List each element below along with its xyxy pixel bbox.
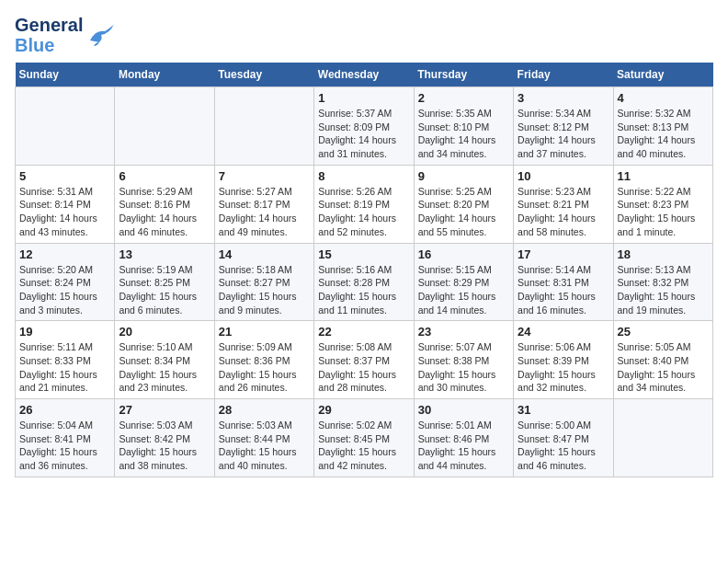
day-number: 9: [418, 169, 509, 183]
day-info: Sunrise: 5:23 AMSunset: 8:21 PMDaylight:…: [518, 185, 609, 239]
calendar-cell: 16Sunrise: 5:15 AMSunset: 8:29 PMDayligh…: [414, 243, 513, 321]
day-info: Sunrise: 5:14 AMSunset: 8:31 PMDaylight:…: [518, 263, 609, 317]
day-number: 13: [119, 247, 210, 261]
logo: General Blue: [15, 15, 116, 55]
calendar-cell: 27Sunrise: 5:03 AMSunset: 8:42 PMDayligh…: [115, 399, 214, 477]
day-number: 4: [618, 91, 709, 105]
calendar-cell: [214, 87, 313, 166]
day-number: 17: [518, 247, 609, 261]
calendar-cell: 13Sunrise: 5:19 AMSunset: 8:25 PMDayligh…: [115, 243, 214, 321]
day-header-friday: Friday: [514, 63, 613, 87]
day-info: Sunrise: 5:34 AMSunset: 8:12 PMDaylight:…: [518, 107, 609, 161]
day-header-sunday: Sunday: [16, 63, 115, 87]
day-header-saturday: Saturday: [613, 63, 712, 87]
day-number: 29: [318, 403, 409, 417]
day-info: Sunrise: 5:25 AMSunset: 8:20 PMDaylight:…: [418, 185, 509, 239]
day-number: 19: [19, 325, 110, 339]
calendar-cell: 5Sunrise: 5:31 AMSunset: 8:14 PMDaylight…: [16, 165, 115, 243]
day-info: Sunrise: 5:11 AMSunset: 8:33 PMDaylight:…: [19, 340, 110, 395]
calendar-cell: 26Sunrise: 5:04 AMSunset: 8:41 PMDayligh…: [16, 399, 115, 477]
day-header-wednesday: Wednesday: [314, 63, 414, 87]
day-number: 10: [518, 169, 609, 183]
day-info: Sunrise: 5:29 AMSunset: 8:16 PMDaylight:…: [119, 185, 210, 239]
day-info: Sunrise: 5:20 AMSunset: 8:24 PMDaylight:…: [19, 263, 110, 317]
day-info: Sunrise: 5:03 AMSunset: 8:44 PMDaylight:…: [219, 419, 310, 473]
day-number: 7: [219, 169, 310, 183]
day-info: Sunrise: 5:31 AMSunset: 8:14 PMDaylight:…: [19, 185, 110, 239]
day-number: 8: [318, 169, 409, 183]
day-info: Sunrise: 5:05 AMSunset: 8:40 PMDaylight:…: [618, 340, 709, 395]
day-info: Sunrise: 5:01 AMSunset: 8:46 PMDaylight:…: [418, 419, 509, 473]
day-info: Sunrise: 5:07 AMSunset: 8:38 PMDaylight:…: [418, 340, 509, 395]
day-header-monday: Monday: [115, 63, 214, 87]
day-info: Sunrise: 5:22 AMSunset: 8:23 PMDaylight:…: [618, 185, 709, 239]
day-number: 27: [119, 403, 210, 417]
calendar-cell: 29Sunrise: 5:02 AMSunset: 8:45 PMDayligh…: [314, 399, 414, 477]
day-number: 28: [219, 403, 310, 417]
day-number: 5: [19, 169, 110, 183]
calendar-cell: 19Sunrise: 5:11 AMSunset: 8:33 PMDayligh…: [16, 321, 115, 399]
calendar-week-4: 19Sunrise: 5:11 AMSunset: 8:33 PMDayligh…: [16, 321, 713, 399]
calendar-cell: 9Sunrise: 5:25 AMSunset: 8:20 PMDaylight…: [414, 165, 513, 243]
calendar-week-5: 26Sunrise: 5:04 AMSunset: 8:41 PMDayligh…: [16, 399, 713, 477]
calendar-cell: 28Sunrise: 5:03 AMSunset: 8:44 PMDayligh…: [214, 399, 313, 477]
day-number: 3: [518, 91, 609, 105]
day-number: 24: [518, 325, 609, 339]
day-number: 23: [418, 325, 509, 339]
calendar-cell: 2Sunrise: 5:35 AMSunset: 8:10 PMDaylight…: [414, 87, 513, 166]
calendar-cell: 3Sunrise: 5:34 AMSunset: 8:12 PMDaylight…: [514, 87, 613, 166]
calendar-cell: 15Sunrise: 5:16 AMSunset: 8:28 PMDayligh…: [314, 243, 414, 321]
calendar-cell: 18Sunrise: 5:13 AMSunset: 8:32 PMDayligh…: [613, 243, 712, 321]
calendar-week-3: 12Sunrise: 5:20 AMSunset: 8:24 PMDayligh…: [16, 243, 713, 321]
day-number: 25: [618, 325, 709, 339]
calendar-cell: [16, 87, 115, 166]
day-number: 15: [318, 247, 409, 261]
page-header: General Blue: [15, 15, 713, 55]
calendar-cell: 17Sunrise: 5:14 AMSunset: 8:31 PMDayligh…: [514, 243, 613, 321]
day-info: Sunrise: 5:18 AMSunset: 8:27 PMDaylight:…: [219, 263, 310, 317]
calendar-cell: 11Sunrise: 5:22 AMSunset: 8:23 PMDayligh…: [613, 165, 712, 243]
day-header-thursday: Thursday: [414, 63, 513, 87]
day-info: Sunrise: 5:09 AMSunset: 8:36 PMDaylight:…: [219, 340, 310, 395]
calendar-week-1: 1Sunrise: 5:37 AMSunset: 8:09 PMDaylight…: [16, 87, 713, 166]
day-number: 30: [418, 403, 509, 417]
calendar-cell: 20Sunrise: 5:10 AMSunset: 8:34 PMDayligh…: [115, 321, 214, 399]
calendar-cell: 7Sunrise: 5:27 AMSunset: 8:17 PMDaylight…: [214, 165, 313, 243]
day-number: 2: [418, 91, 509, 105]
day-info: Sunrise: 5:26 AMSunset: 8:19 PMDaylight:…: [318, 185, 409, 239]
calendar-header: SundayMondayTuesdayWednesdayThursdayFrid…: [16, 63, 713, 87]
day-info: Sunrise: 5:06 AMSunset: 8:39 PMDaylight:…: [518, 340, 609, 395]
calendar-cell: 4Sunrise: 5:32 AMSunset: 8:13 PMDaylight…: [613, 87, 712, 166]
calendar-cell: 24Sunrise: 5:06 AMSunset: 8:39 PMDayligh…: [514, 321, 613, 399]
day-number: 1: [318, 91, 409, 105]
calendar-cell: [115, 87, 214, 166]
day-number: 26: [19, 403, 110, 417]
day-info: Sunrise: 5:19 AMSunset: 8:25 PMDaylight:…: [119, 263, 210, 317]
day-number: 11: [618, 169, 709, 183]
day-info: Sunrise: 5:35 AMSunset: 8:10 PMDaylight:…: [418, 107, 509, 161]
calendar-cell: 10Sunrise: 5:23 AMSunset: 8:21 PMDayligh…: [514, 165, 613, 243]
day-info: Sunrise: 5:13 AMSunset: 8:32 PMDaylight:…: [618, 263, 709, 317]
day-number: 16: [418, 247, 509, 261]
day-number: 22: [318, 325, 409, 339]
day-info: Sunrise: 5:10 AMSunset: 8:34 PMDaylight:…: [119, 340, 210, 395]
day-info: Sunrise: 5:03 AMSunset: 8:42 PMDaylight:…: [119, 419, 210, 473]
day-info: Sunrise: 5:32 AMSunset: 8:13 PMDaylight:…: [618, 107, 709, 161]
calendar-cell: 21Sunrise: 5:09 AMSunset: 8:36 PMDayligh…: [214, 321, 313, 399]
day-info: Sunrise: 5:08 AMSunset: 8:37 PMDaylight:…: [318, 340, 409, 395]
calendar-cell: 22Sunrise: 5:08 AMSunset: 8:37 PMDayligh…: [314, 321, 414, 399]
calendar-table: SundayMondayTuesdayWednesdayThursdayFrid…: [15, 63, 713, 477]
day-number: 31: [518, 403, 609, 417]
calendar-week-2: 5Sunrise: 5:31 AMSunset: 8:14 PMDaylight…: [16, 165, 713, 243]
day-info: Sunrise: 5:15 AMSunset: 8:29 PMDaylight:…: [418, 263, 509, 317]
day-number: 12: [19, 247, 110, 261]
day-info: Sunrise: 5:02 AMSunset: 8:45 PMDaylight:…: [318, 419, 409, 473]
day-number: 20: [119, 325, 210, 339]
day-number: 21: [219, 325, 310, 339]
calendar-cell: 31Sunrise: 5:00 AMSunset: 8:47 PMDayligh…: [514, 399, 613, 477]
calendar-cell: 1Sunrise: 5:37 AMSunset: 8:09 PMDaylight…: [314, 87, 414, 166]
calendar-cell: 6Sunrise: 5:29 AMSunset: 8:16 PMDaylight…: [115, 165, 214, 243]
day-info: Sunrise: 5:00 AMSunset: 8:47 PMDaylight:…: [518, 419, 609, 473]
calendar-cell: 14Sunrise: 5:18 AMSunset: 8:27 PMDayligh…: [214, 243, 313, 321]
day-info: Sunrise: 5:37 AMSunset: 8:09 PMDaylight:…: [318, 107, 409, 161]
